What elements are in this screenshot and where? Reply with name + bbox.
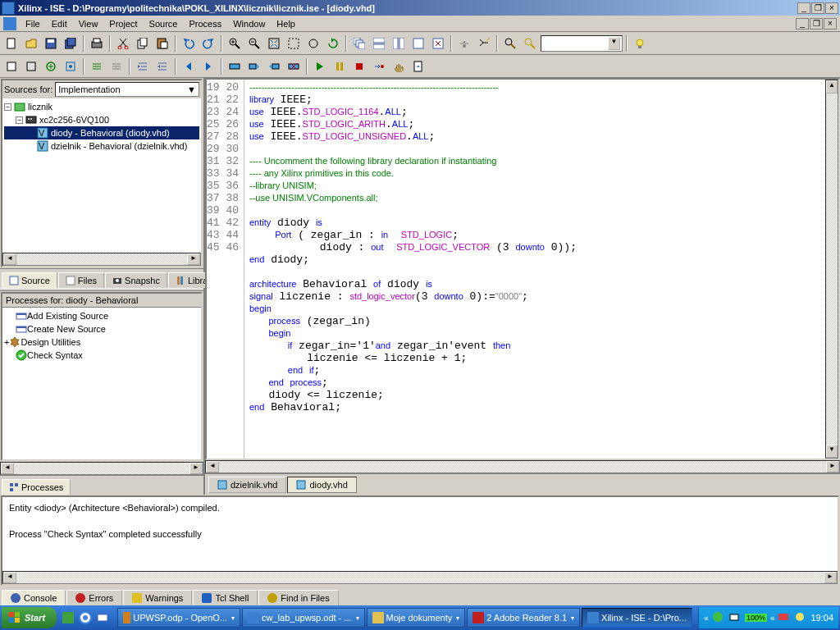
uncomment-button[interactable] xyxy=(107,57,126,75)
mdi-restore-button[interactable]: ❐ xyxy=(810,18,823,30)
sources-combo[interactable]: Implementation▼ xyxy=(55,82,199,97)
find-files-button[interactable] xyxy=(521,34,539,52)
code-editor[interactable]: ----------------------------------------… xyxy=(244,80,825,459)
ql-3[interactable] xyxy=(94,609,111,627)
menu-source[interactable]: Source xyxy=(144,17,184,30)
processes-tree[interactable]: Add Existing Source Create New Source +D… xyxy=(2,308,201,363)
cascade-button[interactable] xyxy=(350,34,368,52)
menu-help[interactable]: Help xyxy=(271,17,301,30)
prev-button[interactable] xyxy=(180,57,198,75)
step-button[interactable] xyxy=(370,57,388,75)
ql-2[interactable] xyxy=(77,609,94,627)
editor-tab-dzielnik[interactable]: dzielnik.vhd xyxy=(208,477,286,493)
close-outer-button[interactable]: × xyxy=(825,2,838,14)
goto-button[interactable] xyxy=(409,57,427,75)
bulb-button[interactable] xyxy=(631,34,649,52)
taskbar-task[interactable]: cw_lab_upwsp.odt - ...▾ xyxy=(242,608,364,628)
proc-add[interactable]: Add Existing Source xyxy=(27,311,108,321)
editor-hscrollbar[interactable]: ◄► xyxy=(205,460,840,473)
zoom-fit-button[interactable] xyxy=(265,34,283,52)
tray-icon-4[interactable] xyxy=(794,611,807,624)
menu-edit[interactable]: Edit xyxy=(46,17,73,30)
taskbar-task[interactable]: 2 Adobe Reader 8.1▾ xyxy=(467,608,580,628)
bookmark-prev-button[interactable] xyxy=(265,57,283,75)
ctab-errors[interactable]: Errors xyxy=(66,590,122,606)
sources-tree[interactable]: −licznik −xc2c256-6VQ100 ·Vdiody - Behav… xyxy=(2,98,201,253)
tree-root[interactable]: licznik xyxy=(28,102,52,112)
refresh-button[interactable] xyxy=(324,34,342,52)
tb2-3[interactable] xyxy=(42,57,60,75)
next-button[interactable] xyxy=(199,57,217,75)
zoom-area-button[interactable] xyxy=(285,34,303,52)
outdent-button[interactable] xyxy=(153,57,171,75)
tab-processes[interactable]: Processes xyxy=(2,479,71,495)
ctab-warnings[interactable]: Warnings xyxy=(123,590,192,606)
zoom-out-button[interactable] xyxy=(245,34,263,52)
tray-icon-1[interactable] xyxy=(712,611,725,624)
zoom-100-button[interactable] xyxy=(304,34,322,52)
tray-icon-2[interactable] xyxy=(728,611,742,624)
menu-window[interactable]: Window xyxy=(227,17,271,30)
start-button[interactable]: Start xyxy=(2,607,57,628)
menu-file[interactable]: File xyxy=(20,17,46,30)
menu-view[interactable]: View xyxy=(73,17,104,30)
run-button[interactable] xyxy=(311,57,329,75)
find-button[interactable] xyxy=(501,34,519,52)
tile-h-button[interactable] xyxy=(370,34,388,52)
tile-v-button[interactable] xyxy=(390,34,408,52)
system-tray[interactable]: « 100% « 19:04 xyxy=(698,607,838,628)
tab-source[interactable]: Source xyxy=(2,272,57,288)
menu-process[interactable]: Process xyxy=(183,17,227,30)
console-scrollbar[interactable]: ◄► xyxy=(2,571,838,584)
taskbar-task[interactable]: Xilinx - ISE - D:\Pro... xyxy=(582,608,692,628)
mdi-close-button[interactable]: × xyxy=(824,18,837,30)
editor-tab-diody[interactable]: diody.vhd xyxy=(287,477,356,493)
restore-outer-button[interactable]: ❐ xyxy=(811,2,824,14)
new-button[interactable] xyxy=(2,34,21,52)
sources-scrollbar[interactable]: ◄► xyxy=(2,253,201,266)
console-output[interactable]: Entity <diody> (Architecture <Behavioral… xyxy=(2,497,838,571)
settings-button[interactable] xyxy=(455,34,473,52)
comment-button[interactable] xyxy=(88,57,106,75)
ctab-console[interactable]: Console xyxy=(2,590,66,606)
bookmark-button[interactable] xyxy=(226,57,244,75)
processes-scrollbar[interactable]: ◄► xyxy=(0,462,203,475)
tb2-4[interactable] xyxy=(62,57,80,75)
zoom-in-button[interactable] xyxy=(226,34,244,52)
hand-button[interactable] xyxy=(390,57,408,75)
paste-button[interactable] xyxy=(153,34,171,52)
help-button[interactable]: ? xyxy=(475,34,493,52)
tb2-1[interactable] xyxy=(2,57,21,75)
tab-snapshots[interactable]: Snapshc xyxy=(105,272,167,288)
print-button[interactable] xyxy=(88,34,106,52)
menu-project[interactable]: Project xyxy=(103,17,143,30)
ctab-tcl[interactable]: Tcl Shell xyxy=(193,590,258,606)
proc-create[interactable]: Create New Source xyxy=(27,324,106,334)
proc-check[interactable]: Check Syntax xyxy=(27,350,83,360)
ctab-find[interactable]: Find in Files xyxy=(258,590,338,606)
undo-button[interactable] xyxy=(180,34,198,52)
save-all-button[interactable] xyxy=(62,34,80,52)
ql-1[interactable] xyxy=(60,609,76,627)
tb2-2[interactable] xyxy=(22,57,40,75)
open-button[interactable] xyxy=(22,34,40,52)
cut-button[interactable] xyxy=(114,34,132,52)
stop-button[interactable] xyxy=(350,57,368,75)
mdi-minimize-button[interactable]: _ xyxy=(796,18,809,30)
find-combo[interactable]: ▼ xyxy=(541,35,623,52)
taskbar-task[interactable]: UPWSP.odp - OpenO...▾ xyxy=(117,608,240,628)
tray-icon-3[interactable] xyxy=(778,611,791,624)
tree-file-selected[interactable]: diody - Behavioral (diody.vhd) xyxy=(51,128,170,138)
close-all-button[interactable] xyxy=(429,34,447,52)
editor-vscrollbar[interactable]: ▲▼ xyxy=(825,80,838,459)
tray-clock[interactable]: 19:04 xyxy=(810,613,833,623)
tree-file-2[interactable]: dzielnik - Behavioral (dzielnik.vhd) xyxy=(51,141,187,151)
indent-button[interactable] xyxy=(134,57,152,75)
copy-button[interactable] xyxy=(134,34,152,52)
proc-design[interactable]: Design Utilities xyxy=(21,337,80,347)
tab-files[interactable]: Files xyxy=(58,272,104,288)
save-button[interactable] xyxy=(42,34,60,52)
bookmark-clear-button[interactable] xyxy=(285,57,303,75)
maximize-button[interactable] xyxy=(409,34,427,52)
taskbar-task[interactable]: Moje dokumenty▾ xyxy=(367,608,466,628)
